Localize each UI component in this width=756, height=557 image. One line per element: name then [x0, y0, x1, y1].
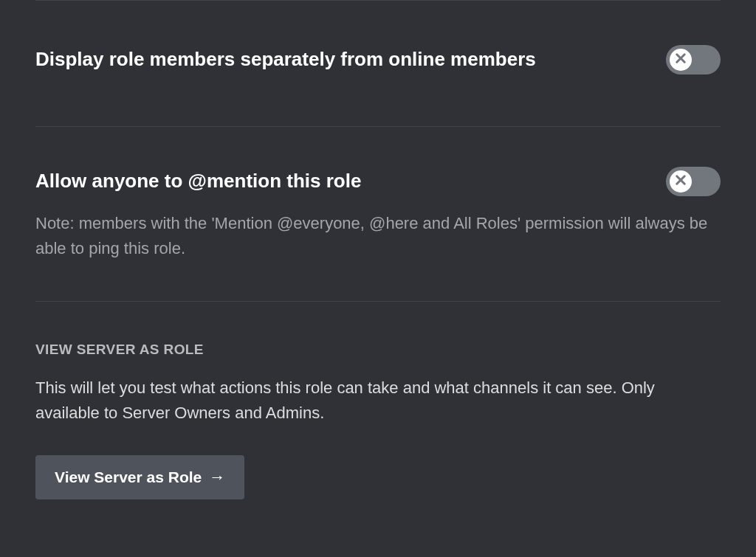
- label-suffix: this role: [281, 170, 361, 192]
- view-server-as-role-button[interactable]: View Server as Role →: [35, 455, 244, 499]
- setting-title: Allow anyone to @mention this role: [35, 169, 361, 194]
- toggle-knob: [670, 49, 692, 71]
- allow-mention-toggle[interactable]: [666, 167, 721, 196]
- allow-mention-section: Allow anyone to @mention this role Note:…: [35, 127, 721, 301]
- arrow-right-icon: →: [209, 469, 225, 485]
- label-prefix: Allow anyone to: [35, 170, 188, 192]
- setting-row: Allow anyone to @mention this role: [35, 167, 721, 196]
- section-description: This will let you test what actions this…: [35, 376, 721, 426]
- setting-title: Display role members separately from onl…: [35, 47, 536, 72]
- label-strong: @mention: [188, 170, 281, 192]
- x-icon: [674, 52, 687, 68]
- role-settings-panel: Display role members separately from onl…: [0, 0, 756, 557]
- setting-note: Note: members with the 'Mention @everyon…: [35, 211, 721, 261]
- view-as-role-section: View Server as Role This will let you te…: [35, 302, 721, 529]
- setting-row: Display role members separately from onl…: [35, 45, 721, 75]
- display-separately-section: Display role members separately from onl…: [35, 1, 721, 126]
- toggle-knob: [670, 170, 692, 193]
- display-separately-toggle[interactable]: [666, 45, 721, 75]
- section-heading: View Server as Role: [35, 342, 721, 358]
- x-icon: [674, 173, 687, 190]
- button-label: View Server as Role: [55, 468, 202, 486]
